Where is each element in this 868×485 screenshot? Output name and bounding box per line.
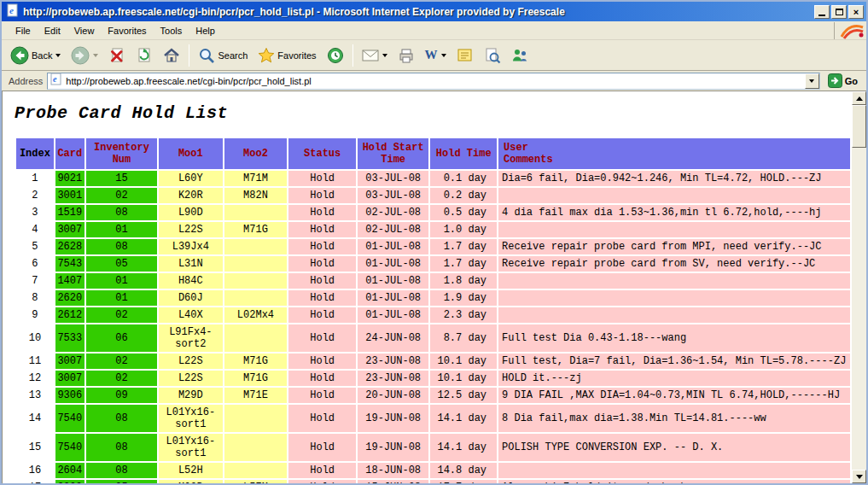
cell-hold-start-time: 01-JUL-08 (358, 256, 428, 272)
scroll-up-button[interactable] (852, 91, 866, 105)
cell-card: 9306 (55, 388, 84, 403)
cell-hold-time: 10.1 day (430, 371, 497, 386)
cell-user-comments: POLISH TYPE CONVERSION EXP. -- D. X. (498, 434, 850, 461)
favorites-button[interactable]: Favorites (253, 43, 321, 68)
cell-status: Hold (288, 463, 356, 478)
address-input[interactable]: e http://probeweb.ap.freescale.net/cgi-b… (47, 73, 819, 90)
cell-card: 1407 (55, 273, 84, 289)
cell-user-comments: Full test, Dia=7 fail, Dia=1.36~1.54, Mi… (498, 354, 850, 369)
menu-edit[interactable]: Edit (38, 23, 67, 38)
scroll-down-button[interactable] (852, 470, 866, 483)
cell-inventory-num: 01 (86, 222, 157, 237)
cell-inventory-num: 02 (86, 371, 157, 386)
print-button[interactable] (393, 43, 420, 68)
mail-dropdown-icon[interactable] (382, 54, 387, 57)
cell-inventory-num: 08 (86, 239, 157, 254)
cell-inventory-num: 02 (86, 354, 157, 369)
cell-moo1: K20R (159, 188, 222, 203)
forward-button[interactable] (66, 43, 103, 68)
menu-tools[interactable]: Tools (154, 23, 189, 38)
edit-dropdown-icon[interactable] (441, 54, 446, 57)
cell-moo2 (224, 273, 288, 289)
cell-status: Hold (288, 307, 356, 323)
cell-moo1: H84C (159, 273, 222, 289)
close-button[interactable]: × (848, 5, 864, 19)
cell-status: Hold (288, 354, 356, 369)
refresh-button[interactable] (131, 43, 158, 68)
address-bar: Address e http://probeweb.ap.freescale.n… (2, 71, 866, 91)
cell-user-comments (498, 273, 850, 289)
cell-hold-time: 1.9 day (430, 290, 497, 306)
cell-user-comments: 8 Dia fail,max dia=1.38.Min TL=14.81.---… (498, 405, 850, 432)
cell-user-comments (498, 222, 850, 237)
cell-user-comments (498, 463, 850, 478)
table-row: 6754305L31NHold01-JUL-081.7 dayReceive r… (16, 256, 850, 272)
cell-index: 1 (16, 171, 54, 186)
search-icon (198, 47, 215, 64)
cell-moo2: M71G (224, 354, 288, 369)
svg-text:e: e (9, 5, 14, 15)
cell-index: 10 (16, 324, 54, 352)
cell-moo1: M29D (159, 388, 222, 403)
cell-index: 17 (16, 480, 54, 483)
go-button[interactable]: Go (824, 72, 863, 90)
cell-hold-start-time: 01-JUL-08 (358, 307, 428, 323)
table-row: 2300102K20RM82NHold03-JUL-080.2 day (16, 188, 850, 203)
menu-favorites[interactable]: Favorites (101, 23, 153, 38)
cell-card: 2628 (55, 239, 84, 254)
cell-status: Hold (288, 480, 356, 483)
history-button[interactable] (322, 43, 349, 68)
address-dropdown-button[interactable] (805, 73, 819, 89)
scrollbar-thumb[interactable] (852, 105, 866, 148)
maximize-button[interactable] (831, 5, 847, 19)
menu-help[interactable]: Help (189, 23, 222, 38)
cell-moo2: M71M (224, 171, 288, 186)
menu-file[interactable]: File (9, 23, 38, 38)
cell-index: 14 (16, 405, 54, 432)
print-icon (398, 47, 415, 64)
table-row: 17900905M02BL57MHold15-JUN-0817.7 dayAlw… (16, 480, 850, 483)
mail-button[interactable] (357, 43, 393, 68)
title-bar: e http://probeweb.ap.freescale.net/cgi-b… (2, 2, 866, 21)
cell-moo2: M82N (224, 188, 288, 203)
messenger-button[interactable] (506, 43, 533, 68)
back-dropdown-icon[interactable] (55, 54, 61, 57)
cell-moo1: L22S (159, 222, 222, 237)
favorites-star-icon (258, 47, 275, 64)
vertical-scrollbar[interactable] (852, 91, 866, 483)
cell-user-comments: Full test Dia 0.43-1.18---wang (498, 324, 850, 352)
table-header-row: IndexCardInventory NumMoo1Moo2StatusHold… (16, 138, 850, 169)
cell-card: 7543 (55, 256, 84, 272)
research-button[interactable] (479, 43, 506, 68)
cell-moo1: L52H (159, 463, 222, 478)
cell-index: 2 (16, 188, 54, 203)
cell-index: 15 (16, 434, 54, 461)
back-button[interactable]: Back (5, 43, 66, 68)
cell-moo1: L22S (159, 371, 222, 386)
header-card: Card (55, 138, 84, 169)
cell-card: 9009 (55, 480, 84, 483)
menu-view[interactable]: View (67, 23, 102, 38)
url-text: http://probeweb.ap.freescale.net/cgi-bin… (66, 76, 804, 86)
cell-card: 2620 (55, 290, 84, 306)
edit-button[interactable]: W (420, 43, 451, 68)
discuss-button[interactable] (451, 43, 479, 68)
cell-hold-start-time: 01-JUL-08 (358, 239, 428, 254)
cell-user-comments: 9 DIA FAIL ,MAX DIA=1.04~0.73,MIN TL 6.7… (498, 388, 850, 403)
table-row: 12300702L22SM71GHold23-JUN-0810.1 dayHOL… (16, 371, 850, 386)
cell-card: 3007 (55, 354, 84, 369)
cell-hold-start-time: 23-JUN-08 (358, 371, 428, 386)
cell-index: 16 (16, 463, 54, 478)
cell-moo1: L40X (159, 307, 222, 323)
search-button[interactable]: Search (193, 43, 253, 68)
minimize-button[interactable] (814, 5, 830, 19)
cell-inventory-num: 02 (86, 188, 157, 203)
forward-dropdown-icon[interactable] (93, 54, 98, 57)
cell-moo1: L31N (159, 256, 222, 272)
discuss-note-icon (457, 47, 474, 64)
cell-hold-start-time: 23-JUN-08 (358, 354, 428, 369)
home-button[interactable] (158, 43, 185, 68)
svg-text:e: e (53, 74, 57, 84)
stop-button[interactable] (103, 43, 131, 68)
page-icon: e (50, 73, 62, 89)
